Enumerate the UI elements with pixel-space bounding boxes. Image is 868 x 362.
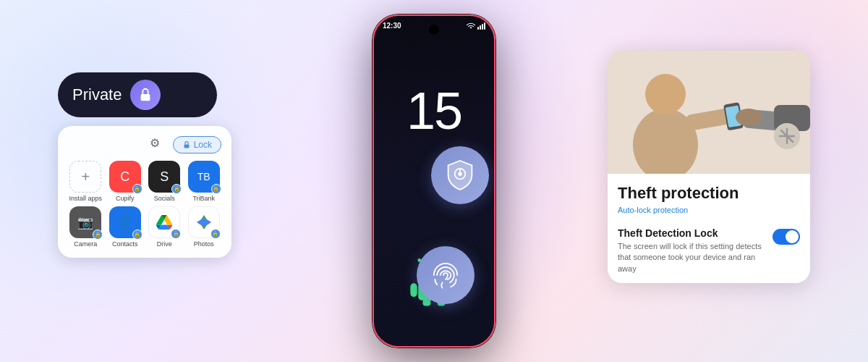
app-label: Camera (74, 240, 97, 248)
lock-btn-icon (182, 140, 191, 149)
list-item[interactable]: 👤 🔒 Contacts (108, 206, 143, 248)
contacts-icon: 👤 🔒 (109, 206, 141, 238)
theft-feature-row: Theft Detection Lock The screen will loc… (608, 222, 810, 283)
security-badge: 🔒 (132, 184, 142, 194)
private-badge[interactable]: Private (58, 72, 217, 117)
app-label: Install apps (69, 195, 102, 202)
private-lock-circle (130, 80, 161, 110)
private-label: Private (72, 85, 122, 104)
photos-svg (194, 212, 214, 232)
app-label: Cupify (116, 195, 135, 202)
camera-icon: 📷 🔒 (69, 206, 101, 238)
signal-bars (477, 22, 485, 30)
wifi-icon (466, 22, 476, 30)
cupify-icon: C 🔒 (109, 161, 141, 193)
list-item[interactable]: TB 🔒 TriBank (187, 161, 222, 202)
install-apps-icon: + (69, 161, 101, 193)
lock-button[interactable]: Lock (173, 136, 221, 153)
list-item[interactable]: 📷 🔒 Camera (68, 206, 103, 248)
list-item[interactable]: 🔒 Drive (147, 206, 182, 248)
list-item[interactable]: C 🔒 Cupify (108, 161, 143, 202)
theft-protection-subtitle: Auto-lock protection (608, 206, 810, 222)
svg-point-19 (645, 74, 686, 114)
phone-camera (429, 25, 439, 35)
lock-btn-label: Lock (194, 140, 212, 150)
list-item[interactable]: S 🔒 Socials (147, 161, 182, 202)
app-label: Photos (194, 240, 214, 248)
drive-svg (156, 215, 173, 230)
photos-icon: 🔒 (188, 206, 220, 238)
app-label: Drive (157, 240, 172, 248)
private-space-panel: Private ⚙ Lock + Install apps (58, 72, 231, 258)
list-item[interactable]: + Install apps (68, 161, 103, 202)
svg-rect-12 (422, 299, 430, 306)
apps-panel-header: ⚙ Lock (68, 136, 221, 153)
svg-point-15 (458, 172, 461, 175)
security-badge: 🔒 (210, 229, 221, 239)
theft-illustration (608, 51, 810, 174)
svg-rect-0 (141, 94, 150, 101)
app-label: Socials (154, 195, 175, 202)
fingerprint-bubble (417, 246, 475, 304)
svg-point-25 (736, 109, 762, 126)
theft-protection-panel: Theft protection Auto-lock protection Th… (608, 51, 810, 283)
security-badge: 🔒 (211, 184, 221, 194)
svg-rect-1 (184, 145, 189, 148)
apps-panel: ⚙ Lock + Install apps C 🔒 Cup (58, 126, 231, 258)
status-icons (466, 22, 485, 30)
apps-grid: + Install apps C 🔒 Cupify S 🔒 Socials (68, 161, 221, 248)
fingerprint-icon (430, 259, 461, 291)
lock-icon (137, 87, 153, 103)
svg-rect-10 (410, 283, 417, 297)
phone-large-time: 15 (374, 81, 494, 140)
status-time: 12:30 (383, 22, 401, 30)
security-badge: 🔒 (171, 184, 182, 194)
theft-feature-text: Theft Detection Lock The screen will loc… (618, 227, 765, 274)
security-shield-bubble (431, 146, 489, 204)
security-badge: 🔒 (93, 230, 103, 240)
app-label: TriBank (192, 195, 215, 202)
list-item[interactable]: 🔒 Photos (187, 206, 222, 248)
tribank-icon: TB 🔒 (188, 161, 220, 193)
theft-feature-desc: The screen will lock if this setting det… (618, 241, 765, 274)
settings-icon[interactable]: ⚙ (150, 136, 167, 153)
theft-detection-toggle[interactable] (773, 229, 800, 245)
security-badge: 🔒 (171, 229, 181, 239)
theft-protection-title: Theft protection (608, 174, 810, 206)
shield-icon (446, 159, 475, 191)
app-label: Contacts (112, 240, 138, 248)
theft-feature-title: Theft Detection Lock (618, 227, 765, 239)
security-badge: 🔒 (132, 230, 142, 240)
socials-icon: S 🔒 (148, 161, 180, 193)
drive-icon: 🔒 (148, 206, 180, 238)
theft-scene-svg (608, 51, 810, 174)
